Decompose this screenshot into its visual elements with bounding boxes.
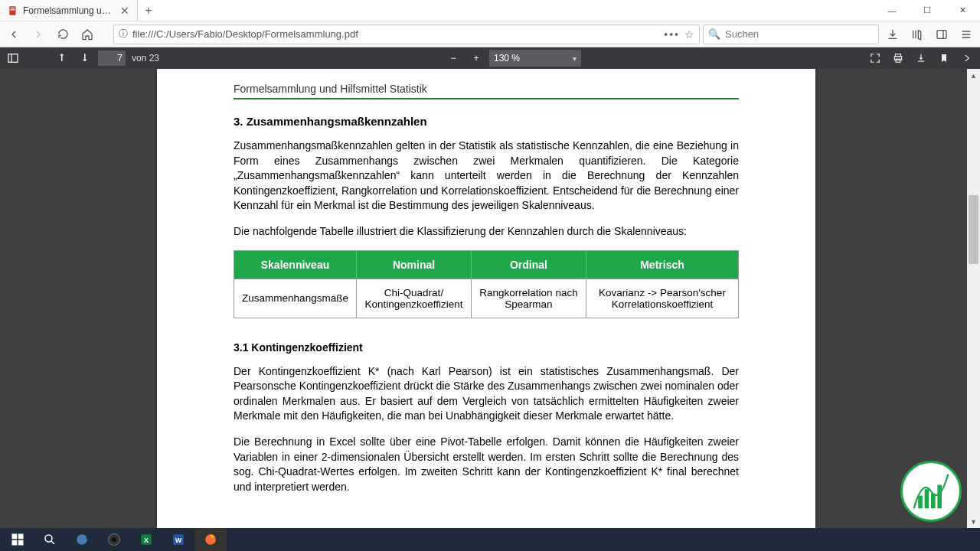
start-button[interactable]	[2, 528, 34, 551]
svg-point-18	[77, 534, 87, 545]
table-header: Ordinal	[472, 250, 586, 279]
heading-3: 3. Zusammenhangsmaßkennzahlen	[234, 115, 739, 128]
pdf-print[interactable]	[888, 49, 908, 67]
search-bar[interactable]: 🔍	[703, 24, 879, 44]
pdf-sidebar-toggle[interactable]	[3, 49, 23, 67]
info-icon: ⓘ	[119, 28, 128, 41]
svg-rect-9	[918, 496, 923, 509]
tab-title: Formelsammlung und Hilfsmittel S	[23, 5, 116, 16]
svg-rect-16	[18, 540, 24, 546]
heading-3-1: 3.1 Kontingenzkoeffizient	[234, 341, 739, 354]
svg-rect-12	[937, 485, 942, 509]
scrollbar-thumb[interactable]	[969, 195, 978, 264]
firefox-icon[interactable]	[194, 528, 227, 551]
svg-rect-8	[918, 61, 924, 62]
url-bar[interactable]: ⓘ file:///C:/Users/Fabio/Desktop/Formels…	[113, 24, 700, 44]
obs-icon[interactable]	[98, 528, 130, 551]
svg-point-17	[45, 535, 52, 542]
pdf-page-down[interactable]: 🠗	[75, 49, 95, 67]
browser-tab[interactable]: Formelsammlung und Hilfsmittel S ✕	[0, 0, 138, 21]
svg-rect-14	[18, 534, 24, 540]
table-cell: Kovarianz -> Pearson'scher Korrelationsk…	[586, 279, 739, 318]
pdf-page-input[interactable]	[98, 51, 126, 66]
reload-button[interactable]	[52, 24, 74, 45]
windows-taskbar: X W	[0, 528, 980, 551]
running-head: Formelsammlung und Hilfsmittel Statistik	[234, 83, 739, 99]
pdf-zoom-out[interactable]: −	[443, 49, 463, 67]
svg-rect-0	[9, 6, 15, 15]
paragraph: Die nachfolgende Tabelle illustriert die…	[234, 224, 739, 240]
table-row-label: Zusammenhangsmaße	[234, 279, 357, 318]
pdf-favicon	[8, 5, 18, 16]
svg-rect-11	[931, 494, 936, 509]
window-close-button[interactable]: ✕	[945, 0, 980, 21]
pdf-tools[interactable]	[957, 49, 977, 67]
library-button[interactable]	[906, 24, 928, 45]
svg-rect-13	[12, 534, 18, 540]
app-icon[interactable]	[66, 528, 98, 551]
watermark-logo	[900, 461, 962, 522]
window-maximize-button[interactable]: ☐	[910, 0, 945, 21]
table-header: Skalenniveau	[234, 250, 357, 279]
paragraph: Zusammenhangsmaßkennzahlen gelten in der…	[234, 139, 739, 214]
pdf-viewport: Formelsammlung und Hilfsmittel Statistik…	[0, 69, 980, 528]
pdf-zoom-select[interactable]	[489, 50, 581, 67]
search-input[interactable]	[725, 28, 874, 40]
back-button[interactable]	[3, 24, 24, 45]
bookmark-star-icon[interactable]: ☆	[684, 28, 694, 41]
url-text: file:///C:/Users/Fabio/Desktop/Formelsam…	[132, 28, 659, 40]
tab-close-icon[interactable]: ✕	[120, 5, 129, 17]
svg-rect-3	[937, 30, 946, 38]
table-header: Nominal	[357, 250, 472, 279]
table-header: Metrisch	[586, 250, 739, 279]
svg-rect-1	[11, 7, 15, 8]
pdf-page: Formelsammlung und Hilfsmittel Statistik…	[157, 69, 815, 528]
paragraph: Der Kontingenzkoeffizient K* (nach Karl …	[234, 364, 739, 424]
svg-rect-10	[925, 489, 929, 508]
svg-rect-15	[12, 540, 18, 546]
pdf-page-up[interactable]: 🠕	[52, 49, 72, 67]
menu-button[interactable]	[956, 24, 977, 45]
pdf-toolbar: 🠕 🠗 von 23 − +	[0, 47, 980, 69]
scroll-up-arrow[interactable]: ▲	[967, 69, 980, 82]
page-actions-icon[interactable]: •••	[664, 28, 680, 41]
pdf-page-of: von 23	[132, 53, 159, 64]
pdf-bookmark[interactable]	[934, 49, 954, 67]
search-icon: 🔍	[708, 28, 720, 40]
excel-icon[interactable]: X	[130, 528, 162, 551]
browser-toolbar: ⓘ file:///C:/Users/Fabio/Desktop/Formels…	[0, 21, 980, 47]
table-cell: Chi-Quadrat/ Kontingenzkoeffizient	[357, 279, 472, 318]
forward-button[interactable]	[28, 24, 49, 45]
table-cell: Rangkorrelation nach Spearman	[472, 279, 586, 318]
window-minimize-button[interactable]: —	[874, 0, 910, 21]
classification-table: Skalenniveau Nominal Ordinal Metrisch Zu…	[234, 250, 739, 318]
vertical-scrollbar[interactable]: ▲ ▼	[967, 69, 980, 528]
pdf-download[interactable]	[911, 49, 931, 67]
svg-rect-4	[8, 54, 18, 63]
new-tab-button[interactable]: +	[138, 0, 159, 21]
pdf-fullscreen[interactable]	[865, 49, 885, 67]
svg-text:W: W	[175, 536, 182, 544]
svg-rect-2	[11, 9, 15, 10]
paragraph: Die Berechnung in Excel sollte über eine…	[234, 435, 739, 494]
svg-point-20	[112, 537, 116, 542]
scroll-down-arrow[interactable]: ▼	[967, 515, 980, 528]
home-button[interactable]	[77, 24, 98, 45]
sidebar-button[interactable]	[931, 24, 952, 45]
svg-text:X: X	[144, 536, 149, 544]
word-icon[interactable]: W	[162, 528, 194, 551]
search-taskbar-icon[interactable]	[34, 528, 66, 551]
downloads-button[interactable]	[882, 24, 903, 45]
browser-titlebar: Formelsammlung und Hilfsmittel S ✕ + — ☐…	[0, 0, 980, 21]
pdf-zoom-in[interactable]: +	[466, 49, 486, 67]
